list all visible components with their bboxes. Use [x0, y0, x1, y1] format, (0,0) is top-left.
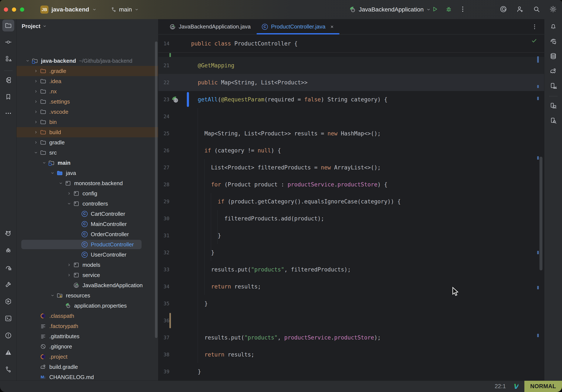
tree-item-.gradle[interactable]: .gradle	[17, 66, 158, 76]
caret-position[interactable]: 22:1	[495, 383, 506, 390]
tree-item-bin[interactable]: bin	[17, 117, 158, 127]
chevron-right-icon[interactable]	[32, 127, 40, 137]
chevron-right-icon[interactable]	[65, 270, 73, 280]
debug-button[interactable]	[445, 6, 452, 14]
editor-options-button[interactable]	[531, 19, 538, 35]
tree-item-build.gradle[interactable]: build.gradle	[17, 362, 158, 372]
tool-button-problems[interactable]	[2, 330, 14, 341]
tool-button-terminal[interactable]	[2, 312, 14, 324]
tool-button-build[interactable]	[2, 278, 14, 290]
inspection-ok-icon[interactable]	[531, 37, 537, 44]
project-panel-header[interactable]: Project	[17, 19, 158, 33]
tree-item-JavaBackendApplication[interactable]: JavaBackendApplication	[17, 280, 158, 290]
chevron-right-icon[interactable]	[32, 86, 40, 96]
tool-button-device-manager[interactable]	[547, 80, 559, 92]
tab-JavaBackendApplication.java[interactable]: JavaBackendApplication.java	[164, 19, 256, 34]
tree-item-CartController[interactable]: CCartController	[17, 209, 158, 219]
tree-item-CHANGELOG.md[interactable]: M↓CHANGELOG.md	[17, 372, 158, 380]
project-widget[interactable]: JB java-backend	[40, 0, 97, 19]
close-window-button[interactable]	[4, 7, 8, 12]
chevron-down-icon[interactable]	[24, 56, 32, 66]
tree-item-config[interactable]: config	[17, 188, 158, 199]
tool-button-ai-assistant[interactable]	[547, 35, 559, 47]
tree-item-monostore.backend[interactable]: monostore.backend	[17, 178, 158, 188]
chevron-down-icon[interactable]	[65, 199, 73, 209]
tree-item-.project[interactable]: .project	[17, 352, 158, 362]
tool-button-structure[interactable]	[2, 74, 14, 86]
tree-item-.vscode[interactable]: .vscode	[17, 107, 158, 117]
chevron-down-icon[interactable]	[49, 290, 56, 301]
tree-item-.idea[interactable]: .idea	[17, 76, 158, 86]
tree-item-UserController[interactable]: CUserController	[17, 249, 158, 260]
close-tab-icon[interactable]	[330, 24, 334, 29]
tree-item-OrderController[interactable]: COrderController	[17, 229, 158, 239]
chevron-down-icon[interactable]	[57, 178, 65, 188]
tab-ProductController.java[interactable]: CProductController.java	[256, 19, 340, 34]
tree-item-resources[interactable]: resources	[17, 290, 158, 301]
tree-item-.factorypath[interactable]: .factorypath	[17, 321, 158, 331]
run-configuration-widget[interactable]: JavaBackendApplication	[349, 0, 431, 19]
tool-button-more-tool-windows[interactable]	[2, 107, 14, 119]
tree-item-service[interactable]: service	[17, 270, 158, 280]
chevron-right-icon[interactable]	[32, 107, 40, 117]
chevron-right-icon[interactable]	[65, 260, 73, 270]
settings-button[interactable]	[549, 5, 557, 14]
tree-item-.settings[interactable]: .settings	[17, 96, 158, 107]
spring-mapping-icon[interactable]	[171, 96, 179, 103]
tree-item-src[interactable]: src	[17, 148, 158, 158]
tree-item-label: bin	[49, 119, 57, 125]
chevron-right-icon[interactable]	[32, 137, 40, 148]
tool-button-device-explorer[interactable]	[547, 115, 559, 127]
tool-button-version-control[interactable]	[2, 364, 14, 375]
chevron-right-icon[interactable]	[32, 66, 40, 76]
editor-scrollbar[interactable]	[539, 157, 542, 270]
tree-item-.nx[interactable]: .nx	[17, 86, 158, 96]
tree-item-gradle[interactable]: gradle	[17, 137, 158, 148]
tree-item-java[interactable]: java	[17, 168, 158, 178]
vim-mode-badge[interactable]: NORMAL	[524, 381, 562, 392]
tool-button-project[interactable]	[2, 20, 14, 31]
ai-at-button[interactable]	[500, 5, 507, 14]
chevron-down-icon[interactable]	[49, 168, 56, 178]
tool-button-resource-manager[interactable]	[2, 53, 14, 65]
code-area[interactable]: 14public class ProductController {21 @Ge…	[158, 35, 544, 380]
chevron-down-icon[interactable]	[40, 158, 48, 168]
zoom-window-button[interactable]	[20, 7, 24, 12]
tool-button-gradle[interactable]	[547, 65, 559, 77]
tree-item-.gitignore[interactable]: .gitignore	[17, 341, 158, 352]
tree-item-.classpath[interactable]: .classpath	[17, 311, 158, 321]
tree-item-controllers[interactable]: controllers	[17, 199, 158, 209]
tool-button-run-tool[interactable]	[2, 296, 14, 307]
vim-icon[interactable]: V	[513, 382, 518, 391]
minimize-window-button[interactable]	[12, 7, 16, 12]
tree-item-java-backend[interactable]: java-backend~/Github/java-backend	[17, 56, 158, 66]
tree-item-ProductController[interactable]: CProductController	[17, 239, 158, 249]
chevron-right-icon[interactable]	[32, 96, 40, 107]
chevron-down-icon[interactable]	[32, 148, 40, 158]
tree-scrollbar[interactable]	[155, 41, 157, 338]
chevron-right-icon[interactable]	[32, 76, 40, 86]
tree-item-MainController[interactable]: CMainController	[17, 219, 158, 229]
tool-button-commit[interactable]	[2, 36, 14, 48]
chevron-right-icon[interactable]	[32, 117, 40, 127]
search-button[interactable]	[533, 5, 540, 14]
tree-item-build[interactable]: build	[17, 127, 158, 137]
chevron-right-icon[interactable]	[65, 188, 73, 199]
tree-item-models[interactable]: models	[17, 260, 158, 270]
run-button[interactable]	[431, 6, 438, 14]
tool-button-logcat[interactable]	[2, 227, 14, 239]
branch-widget[interactable]: main	[111, 0, 139, 19]
add-user-button[interactable]	[516, 5, 524, 14]
tree-item-label: build	[49, 129, 61, 136]
tool-button-notifications[interactable]	[547, 20, 559, 32]
tool-button-warnings[interactable]	[2, 346, 14, 358]
tool-button-profiler[interactable]	[2, 261, 14, 273]
tool-button-app-inspection[interactable]	[2, 244, 14, 256]
tool-button-database[interactable]	[547, 50, 559, 62]
tree-item-main[interactable]: main	[17, 158, 158, 168]
tree-item-.gitattributes[interactable]: .gitattributes	[17, 331, 158, 341]
tool-button-bookmarks[interactable]	[2, 91, 14, 103]
tool-button-running-devices[interactable]	[547, 100, 559, 112]
more-actions-button[interactable]	[459, 6, 466, 14]
tree-item-application.properties[interactable]: application.properties	[17, 301, 158, 311]
